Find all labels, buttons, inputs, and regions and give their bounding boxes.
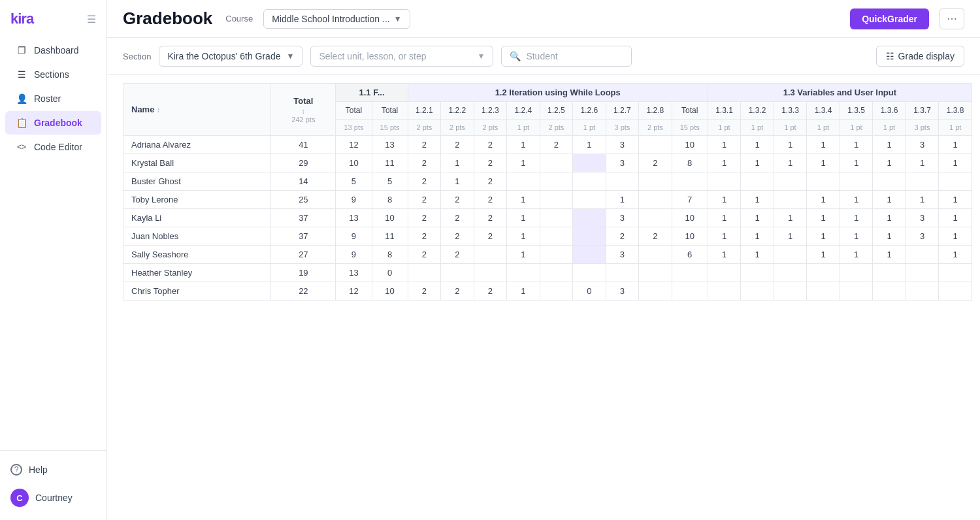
g12-col-0[interactable] (408, 264, 441, 282)
g13-col-0[interactable]: 1 (708, 209, 741, 227)
g12-col-3[interactable]: 1 (507, 209, 540, 227)
g13-col-5[interactable]: 1 (873, 136, 906, 154)
g13-col-4[interactable] (840, 264, 873, 282)
g12-col-0[interactable]: 2 (408, 227, 441, 246)
g13-col-4[interactable] (840, 282, 873, 301)
g13-col-1[interactable]: 1 (741, 191, 774, 209)
g13-col-3[interactable]: 1 (807, 227, 840, 246)
g13-col-2[interactable]: 1 (774, 154, 807, 172)
g13-col-0[interactable]: 1 (708, 227, 741, 246)
g13-col-5[interactable]: 1 (873, 191, 906, 209)
g13-col-3[interactable] (807, 172, 840, 191)
g13-total[interactable] (672, 264, 708, 282)
g13-total[interactable]: 7 (672, 191, 708, 209)
g12-col-7[interactable]: 2 (639, 154, 672, 172)
kira-logo[interactable]: kira (10, 10, 33, 27)
g13-col-6[interactable]: 3 (906, 209, 939, 227)
sidebar-toggle-icon[interactable]: ☰ (87, 13, 96, 25)
total-score[interactable]: 19 (271, 264, 336, 282)
g13-col-4[interactable]: 1 (840, 209, 873, 227)
g12-total[interactable]: 8 (372, 246, 408, 264)
g12-col-3[interactable]: 1 (507, 246, 540, 264)
student-name[interactable]: Kayla Li (123, 209, 271, 227)
g13-col-3[interactable]: 1 (807, 191, 840, 209)
g11-total[interactable]: 9 (336, 246, 372, 264)
g13-col-0[interactable] (708, 282, 741, 301)
g12-col-5[interactable] (573, 209, 606, 227)
g12-col-4[interactable] (540, 172, 573, 191)
g12-col-1[interactable]: 2 (441, 209, 474, 227)
g12-col-7[interactable] (639, 246, 672, 264)
g12-col-2[interactable]: 2 (474, 172, 507, 191)
g12-col-2[interactable] (474, 246, 507, 264)
g13-col-2[interactable]: 1 (774, 227, 807, 246)
g12-col-1[interactable]: 1 (441, 154, 474, 172)
g13-col-0[interactable]: 1 (708, 154, 741, 172)
g12-col-4[interactable]: 2 (540, 136, 573, 154)
g13-col-6[interactable] (906, 264, 939, 282)
g12-col-6[interactable] (606, 264, 639, 282)
g13-total[interactable]: 8 (672, 154, 708, 172)
g13-col-6[interactable]: 3 (906, 227, 939, 246)
g12-col-0[interactable]: 2 (408, 136, 441, 154)
g13-col-1[interactable]: 1 (741, 246, 774, 264)
g13-col-1[interactable] (741, 264, 774, 282)
student-name[interactable]: Heather Stanley (123, 264, 271, 282)
g13-col-1[interactable] (741, 282, 774, 301)
g12-col-5[interactable] (573, 227, 606, 246)
g12-col-1[interactable]: 2 (441, 246, 474, 264)
g12-total[interactable]: 13 (372, 136, 408, 154)
g13-col-5[interactable]: 1 (873, 227, 906, 246)
g13-col-7[interactable]: 1 (939, 136, 972, 154)
g13-total[interactable]: 10 (672, 227, 708, 246)
total-score[interactable]: 22 (271, 282, 336, 301)
g12-col-5[interactable] (573, 264, 606, 282)
g13-total[interactable]: 6 (672, 246, 708, 264)
student-name[interactable]: Buster Ghost (123, 172, 271, 191)
grade-display-button[interactable]: ☷ Grade display (876, 46, 964, 67)
g12-col-1[interactable]: 1 (441, 172, 474, 191)
g13-col-7[interactable] (939, 264, 972, 282)
g11-total[interactable]: 10 (336, 154, 372, 172)
g13-col-1[interactable] (741, 172, 774, 191)
g12-col-5[interactable] (573, 246, 606, 264)
g12-col-1[interactable] (441, 264, 474, 282)
total-score[interactable]: 14 (271, 172, 336, 191)
g13-col-0[interactable]: 1 (708, 191, 741, 209)
sidebar-item-roster[interactable]: 👤 Roster (5, 87, 101, 110)
g12-col-0[interactable]: 2 (408, 191, 441, 209)
g12-col-4[interactable] (540, 209, 573, 227)
g13-col-7[interactable]: 1 (939, 191, 972, 209)
g13-col-0[interactable] (708, 264, 741, 282)
total-header[interactable]: Total ↕ 242 pts (271, 84, 336, 136)
g13-col-1[interactable]: 1 (741, 227, 774, 246)
g13-col-2[interactable] (774, 172, 807, 191)
g12-col-7[interactable] (639, 282, 672, 301)
section-select[interactable]: Kira the Octopus' 6th Grade ▼ (159, 46, 302, 67)
g12-col-4[interactable] (540, 246, 573, 264)
g12-col-7[interactable] (639, 209, 672, 227)
g13-col-7[interactable] (939, 172, 972, 191)
g12-total[interactable]: 0 (372, 264, 408, 282)
g12-total[interactable]: 5 (372, 172, 408, 191)
g12-col-4[interactable] (540, 191, 573, 209)
g13-col-4[interactable]: 1 (840, 191, 873, 209)
g12-col-2[interactable]: 2 (474, 282, 507, 301)
g13-col-5[interactable]: 1 (873, 246, 906, 264)
g12-col-6[interactable]: 3 (606, 282, 639, 301)
g13-col-4[interactable]: 1 (840, 136, 873, 154)
g12-col-2[interactable]: 2 (474, 154, 507, 172)
g13-col-0[interactable] (708, 172, 741, 191)
student-name[interactable]: Sally Seashore (123, 246, 271, 264)
g13-col-3[interactable] (807, 264, 840, 282)
g12-col-3[interactable]: 1 (507, 227, 540, 246)
g12-col-4[interactable] (540, 227, 573, 246)
g12-col-2[interactable]: 2 (474, 136, 507, 154)
g13-total[interactable]: 10 (672, 136, 708, 154)
g13-total[interactable]: 10 (672, 209, 708, 227)
g12-col-5[interactable] (573, 191, 606, 209)
g12-col-6[interactable]: 1 (606, 191, 639, 209)
g12-col-6[interactable]: 3 (606, 246, 639, 264)
user-item[interactable]: C Courtney (5, 483, 101, 512)
g12-col-6[interactable]: 3 (606, 209, 639, 227)
